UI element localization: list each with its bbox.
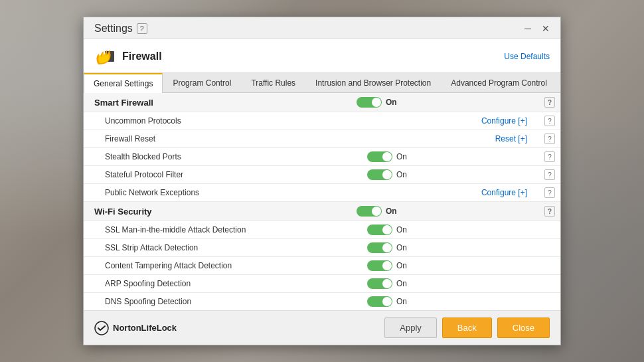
stateful-toggle-cell: On bbox=[367, 169, 479, 180]
row-arp-spoofing: ARP Spoofing Detection On bbox=[84, 275, 560, 293]
use-defaults-link[interactable]: Use Defaults bbox=[504, 52, 550, 61]
ssl-strip-toggle[interactable] bbox=[367, 242, 392, 253]
close-window-button[interactable]: ✕ bbox=[539, 24, 552, 33]
uncommon-protocols-action: Configure [+] bbox=[346, 112, 540, 130]
wifi-security-toggle[interactable] bbox=[357, 206, 382, 217]
close-button[interactable]: Close bbox=[497, 317, 550, 338]
wifi-security-label: Wi-Fi Security bbox=[84, 202, 346, 221]
public-network-exceptions-label: Public Network Exceptions bbox=[84, 184, 346, 202]
public-network-exceptions-configure[interactable]: Configure [+] bbox=[481, 188, 527, 197]
ssl-mitm-toggle-label: On bbox=[396, 225, 407, 234]
app-title: Firewall bbox=[122, 50, 162, 62]
footer-buttons: Apply Back Close bbox=[384, 317, 550, 338]
back-button[interactable]: Back bbox=[442, 317, 492, 338]
dns-spoofing-label: DNS Spoofing Detection bbox=[84, 293, 346, 311]
title-bar: Settings ? ─ ✕ bbox=[84, 17, 560, 39]
dns-spoofing-toggle-label: On bbox=[396, 297, 407, 306]
stateful-protocol-filter-label: Stateful Protocol Filter bbox=[84, 166, 346, 184]
title-bar-left: Settings ? bbox=[94, 23, 147, 35]
tab-advanced-program[interactable]: Advanced Program Control bbox=[441, 73, 557, 92]
dns-spoofing-toggle-cell: On bbox=[367, 296, 535, 307]
smart-firewall-help[interactable]: ? bbox=[544, 97, 555, 108]
content-tampering-toggle-cell: On bbox=[367, 260, 535, 271]
tab-general-settings[interactable]: General Settings bbox=[84, 73, 163, 93]
section-smart-firewall-label: Smart Firewall bbox=[84, 93, 346, 112]
arp-spoofing-label: ARP Spoofing Detection bbox=[84, 275, 346, 293]
stealth-blocked-ports-help[interactable]: ? bbox=[544, 151, 555, 162]
row-ssl-strip: SSL Strip Attack Detection On bbox=[84, 239, 560, 257]
ssl-mitm-toggle[interactable] bbox=[367, 225, 392, 235]
norton-logo-text: NortonLifeLock bbox=[113, 323, 177, 333]
stealth-blocked-ports-label: Stealth Blocked Ports bbox=[84, 148, 346, 166]
norton-checkmark-icon bbox=[94, 321, 109, 335]
uncommon-protocols-configure[interactable]: Configure [+] bbox=[481, 116, 527, 126]
section-wifi-security: Wi-Fi Security On ? bbox=[84, 202, 560, 221]
ssl-strip-toggle-label: On bbox=[396, 243, 407, 252]
row-dns-spoofing: DNS Spoofing Detection On bbox=[84, 293, 560, 311]
content-tampering-toggle[interactable] bbox=[367, 260, 392, 271]
ssl-mitm-toggle-cell: On bbox=[367, 225, 535, 235]
settings-window: Settings ? ─ ✕ Firewall Use Defaults Gen… bbox=[83, 17, 561, 345]
stateful-protocol-filter-help[interactable]: ? bbox=[544, 169, 555, 180]
row-uncommon-protocols: Uncommon Protocols Configure [+] ? bbox=[84, 112, 560, 130]
smart-firewall-toggle[interactable] bbox=[357, 97, 382, 108]
window-title: Settings bbox=[94, 23, 133, 35]
wifi-security-help[interactable]: ? bbox=[544, 206, 555, 217]
smart-firewall-toggle-area: On bbox=[357, 97, 530, 108]
arp-spoofing-toggle-cell: On bbox=[367, 278, 535, 289]
minimize-button[interactable]: ─ bbox=[522, 24, 534, 33]
arp-spoofing-toggle[interactable] bbox=[367, 278, 392, 289]
app-header: Firewall Use Defaults bbox=[84, 39, 560, 73]
uncommon-protocols-help[interactable]: ? bbox=[544, 116, 555, 126]
apply-button[interactable]: Apply bbox=[384, 317, 437, 338]
row-content-tampering: Content Tampering Attack Detection On bbox=[84, 257, 560, 275]
wifi-security-toggle-area: On bbox=[357, 206, 530, 217]
firewall-reset-label: Firewall Reset bbox=[84, 130, 346, 148]
row-stateful-protocol-filter: Stateful Protocol Filter On ? bbox=[84, 166, 560, 184]
row-firewall-reset: Firewall Reset Reset [+] ? bbox=[84, 130, 560, 148]
stateful-protocol-filter-toggle-label: On bbox=[396, 170, 407, 179]
smart-firewall-toggle-label: On bbox=[386, 98, 397, 107]
ssl-strip-toggle-cell: On bbox=[367, 242, 535, 253]
settings-content: Smart Firewall On ? Uncommon Protocols C… bbox=[84, 93, 560, 310]
dns-spoofing-toggle[interactable] bbox=[367, 296, 392, 307]
stateful-protocol-filter-toggle[interactable] bbox=[367, 169, 392, 180]
ssl-mitm-label: SSL Man-in-the-middle Attack Detection bbox=[84, 221, 346, 239]
stealth-blocked-ports-toggle-label: On bbox=[396, 152, 407, 161]
public-network-exceptions-help[interactable]: ? bbox=[544, 187, 555, 198]
uncommon-protocols-label: Uncommon Protocols bbox=[84, 112, 346, 130]
title-help-icon[interactable]: ? bbox=[137, 23, 147, 34]
norton-logo: NortonLifeLock bbox=[94, 321, 177, 335]
section-smart-firewall: Smart Firewall On ? bbox=[84, 93, 560, 112]
app-header-left: Firewall bbox=[94, 46, 162, 67]
tabs-bar: General Settings Program Control Traffic… bbox=[84, 73, 560, 93]
settings-table: Smart Firewall On ? Uncommon Protocols C… bbox=[84, 93, 560, 310]
row-public-network-exceptions: Public Network Exceptions Configure [+] … bbox=[84, 184, 560, 202]
content-tampering-toggle-label: On bbox=[396, 261, 407, 270]
firewall-reset-link[interactable]: Reset [+] bbox=[495, 134, 527, 143]
tab-program-control[interactable]: Program Control bbox=[163, 73, 241, 92]
arp-spoofing-toggle-label: On bbox=[396, 279, 407, 288]
tab-traffic-rules[interactable]: Traffic Rules bbox=[241, 73, 305, 92]
row-ssl-mitm: SSL Man-in-the-middle Attack Detection O… bbox=[84, 221, 560, 239]
footer: NortonLifeLock Apply Back Close bbox=[84, 310, 560, 345]
firewall-reset-help[interactable]: ? bbox=[544, 134, 555, 144]
stealth-toggle-cell: On bbox=[367, 151, 479, 162]
tab-intrusion-browser[interactable]: Intrusion and Browser Protection bbox=[305, 73, 441, 92]
window-controls: ─ ✕ bbox=[522, 24, 552, 33]
ssl-strip-label: SSL Strip Attack Detection bbox=[84, 239, 346, 257]
content-tampering-label: Content Tampering Attack Detection bbox=[84, 257, 346, 275]
firewall-icon bbox=[94, 46, 116, 67]
row-stealth-blocked-ports: Stealth Blocked Ports On ? bbox=[84, 148, 560, 166]
wifi-security-toggle-label: On bbox=[386, 207, 397, 216]
stealth-blocked-ports-toggle[interactable] bbox=[367, 151, 392, 162]
